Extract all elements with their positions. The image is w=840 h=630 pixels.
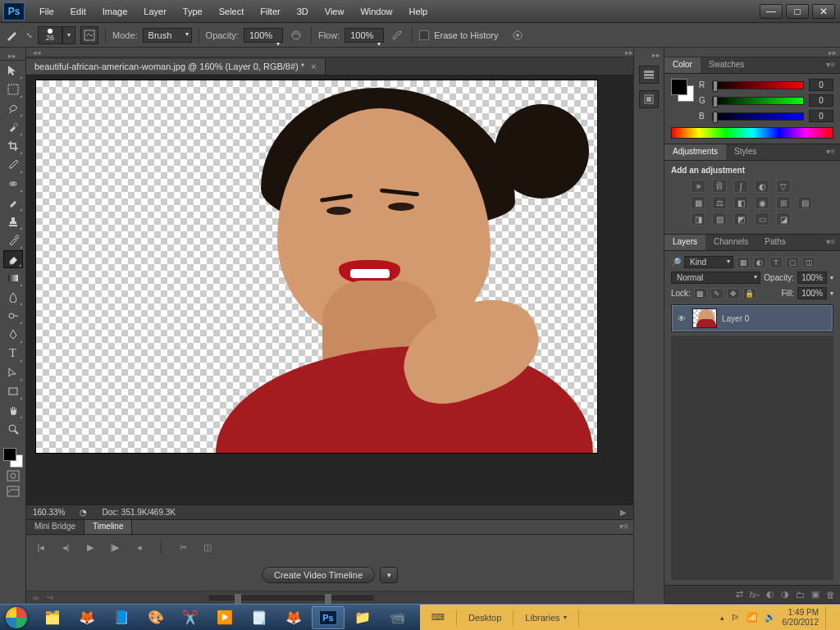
tool-preset-icon[interactable] — [5, 27, 21, 43]
shape-tool[interactable] — [3, 382, 23, 400]
menu-select[interactable]: Select — [211, 3, 253, 20]
fill-dropdown-icon[interactable]: ▾ — [830, 290, 833, 297]
tray-flag-icon[interactable]: 🏳 — [731, 613, 740, 623]
canvas[interactable] — [36, 80, 597, 453]
pen-tool[interactable] — [3, 326, 23, 344]
start-button[interactable] — [0, 605, 33, 631]
color-fgbg[interactable] — [671, 79, 694, 102]
r-value[interactable]: 0 — [809, 79, 833, 91]
adj-hue-icon[interactable]: ▦ — [691, 196, 705, 209]
brush-preset-dropdown[interactable]: ▾ — [62, 26, 75, 44]
timeline-foot-icon[interactable]: ∞ — [33, 593, 39, 602]
minimize-button[interactable]: ― — [760, 4, 783, 19]
eraser-tool[interactable] — [3, 250, 23, 268]
b-value[interactable]: 0 — [809, 110, 833, 122]
timeline-prev-icon[interactable]: ◂| — [59, 542, 72, 553]
timeline-first-icon[interactable]: |◂ — [34, 542, 48, 553]
timeline-next-icon[interactable]: |▶ — [108, 542, 121, 553]
tab-mini-bridge[interactable]: Mini Bridge — [26, 520, 84, 534]
status-icon[interactable]: ◔ — [80, 508, 87, 517]
path-select-tool[interactable] — [3, 363, 23, 381]
adjustments-panel-menu-icon[interactable]: ▾≡ — [821, 144, 840, 160]
tab-swatches[interactable]: Swatches — [701, 57, 752, 73]
adj-levels-icon[interactable]: ⾳ — [712, 180, 727, 193]
brush-preview[interactable]: 26 — [38, 26, 62, 44]
healing-tool[interactable] — [3, 175, 23, 193]
zoom-level[interactable]: 160.33% — [33, 508, 65, 517]
create-video-timeline-dropdown[interactable]: ▾ — [380, 567, 398, 583]
adjustment-layer-icon[interactable]: ◑ — [781, 589, 789, 600]
g-value[interactable]: 0 — [809, 94, 833, 107]
timeline-transition-icon[interactable]: ◫ — [201, 542, 214, 553]
r-slider[interactable] — [712, 81, 804, 89]
filter-smart-icon[interactable]: ◫ — [802, 257, 815, 268]
color-panel-menu-icon[interactable]: ▾≡ — [821, 57, 840, 73]
tray-network-icon[interactable]: 📶 — [746, 612, 758, 623]
maximize-button[interactable]: □ — [786, 4, 809, 19]
layer-mask-icon[interactable]: ◐ — [766, 589, 774, 600]
link-layers-icon[interactable]: ⇄ — [736, 589, 743, 600]
color-swatches[interactable] — [3, 448, 23, 468]
filter-adjust-icon[interactable]: ◐ — [753, 257, 766, 268]
marquee-tool[interactable] — [3, 80, 23, 98]
quick-mask-toggle[interactable] — [3, 468, 23, 483]
flow-select[interactable]: 100% — [345, 28, 384, 43]
erase-history-checkbox[interactable] — [419, 30, 429, 40]
fill-value[interactable]: 100% — [797, 287, 827, 299]
opacity-dropdown-icon[interactable]: ▾ — [830, 274, 833, 281]
taskbar-clock[interactable]: 1:49 PM 6/20/2012 — [783, 608, 819, 628]
tray-volume-icon[interactable]: 🔊 — [765, 612, 776, 623]
adj-mixer-icon[interactable]: ⊞ — [776, 196, 791, 209]
screen-mode-toggle[interactable] — [3, 484, 23, 499]
taskbar-notes-icon[interactable]: 🗒️ — [243, 606, 276, 629]
menu-view[interactable]: View — [317, 3, 353, 20]
taskbar-folder-icon[interactable]: 📁 — [346, 606, 379, 629]
hand-tool[interactable] — [3, 401, 23, 419]
history-brush-tool[interactable] — [3, 231, 23, 249]
delete-layer-icon[interactable]: 🗑 — [826, 590, 835, 600]
layer-fx-icon[interactable]: fx▫ — [750, 590, 760, 600]
stamp-tool[interactable] — [3, 212, 23, 231]
timeline-split-icon[interactable]: ✂ — [176, 542, 189, 553]
pressure-size-icon[interactable] — [509, 27, 526, 43]
taskbar-word-icon[interactable]: 📘 — [105, 606, 138, 629]
adj-posterize-icon[interactable]: ▨ — [712, 212, 727, 226]
taskbar-explorer-icon[interactable]: 🗂️ — [36, 606, 69, 629]
tab-adjustments[interactable]: Adjustments — [664, 144, 726, 160]
tray-chevron-icon[interactable]: ▴ — [720, 614, 724, 622]
timeline-foot-redo-icon[interactable]: ↪ — [47, 593, 53, 602]
tab-styles[interactable]: Styles — [726, 144, 765, 160]
g-slider[interactable] — [712, 97, 804, 105]
crop-tool[interactable] — [3, 137, 23, 155]
airbrush-icon[interactable] — [389, 27, 405, 43]
properties-panel-icon[interactable] — [639, 90, 659, 108]
timeline-play-icon[interactable]: ▶ — [84, 542, 97, 553]
gradient-tool[interactable] — [3, 269, 23, 287]
foreground-color-swatch[interactable] — [3, 448, 16, 461]
layer-visibility-icon[interactable]: 👁 — [676, 314, 687, 323]
create-video-timeline-button[interactable]: Create Video Timeline — [262, 567, 375, 583]
adj-curves-icon[interactable]: ∫ — [733, 180, 748, 193]
filter-pixel-icon[interactable]: ▦ — [737, 257, 750, 268]
lock-paint-icon[interactable]: ✎ — [710, 288, 724, 299]
opacity-select[interactable]: 100% — [244, 28, 283, 43]
menu-layer[interactable]: Layer — [135, 3, 175, 20]
show-desktop-button[interactable] — [825, 606, 832, 629]
brush-panel-toggle[interactable] — [80, 26, 98, 44]
menu-help[interactable]: Help — [401, 3, 436, 20]
lock-transparency-icon[interactable]: ▩ — [694, 288, 707, 299]
adj-brightness-icon[interactable]: ☀ — [691, 180, 705, 193]
taskbar-desktop-button[interactable]: Desktop — [462, 610, 508, 625]
taskbar-firefox2-icon[interactable]: 🦊 — [277, 606, 310, 629]
color-spectrum[interactable] — [671, 127, 833, 139]
menu-image[interactable]: Image — [94, 3, 136, 20]
close-button[interactable]: ✕ — [812, 4, 835, 19]
adj-invert-icon[interactable]: ◨ — [691, 212, 705, 226]
bottom-panel-menu-icon[interactable]: ▾≡ — [614, 520, 633, 534]
type-tool[interactable]: T — [3, 345, 23, 363]
taskbar-keyboard-icon[interactable]: ⌨ — [425, 609, 451, 625]
adj-threshold-icon[interactable]: ◩ — [733, 212, 748, 226]
close-tab-icon[interactable]: × — [311, 62, 316, 71]
tab-timeline[interactable]: Timeline — [84, 520, 132, 534]
blur-tool[interactable] — [3, 288, 23, 306]
